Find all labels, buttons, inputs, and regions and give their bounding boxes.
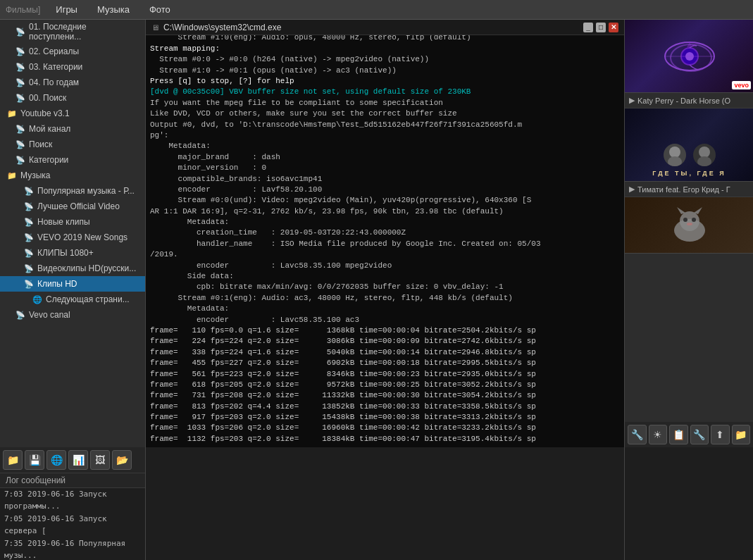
sidebar-item-0[interactable]: 📡 01. Последние поступлени... xyxy=(0,20,145,44)
sidebar-item-4[interactable]: 📡 00. Поиск xyxy=(0,90,145,106)
feed-icon-4: 📡 xyxy=(15,94,25,103)
sidebar-item-hdclips[interactable]: 📡 Клипы HD xyxy=(0,276,145,292)
timati-faces xyxy=(664,144,716,166)
timati-text: ГДЕ ТЫ, ГДЕ Я xyxy=(652,169,726,179)
play-icon-2: ▶ xyxy=(629,185,635,194)
cmd-window: 🖥 C:\Windows\system32\cmd.exe _ □ ✕ Meta… xyxy=(146,20,624,447)
bottom-center xyxy=(146,447,624,560)
tb-web[interactable]: 🌐 xyxy=(46,450,66,470)
top-navigation: Фильмы] Игры Музыка Фото xyxy=(0,0,753,20)
cmd-output: Metadata: creation_time : 2019-05-03T20:… xyxy=(146,35,624,447)
video-title-bar-1[interactable]: ▶ Katy Perry - Dark Horse (O xyxy=(625,93,753,108)
face-2 xyxy=(693,144,716,166)
feed-icon-search: 📡 xyxy=(15,140,25,149)
sidebar-item-mychannel[interactable]: 📡 Мой канал xyxy=(0,121,145,137)
sidebar-item-2[interactable]: 📡 03. Категории xyxy=(0,59,145,75)
sidebar-item-newclips[interactable]: 📡 Новые клипы xyxy=(0,214,145,230)
log-line: 7:35 2019-06-16 Популярная музы... xyxy=(0,537,145,560)
feed-icon-hdru: 📡 xyxy=(24,264,34,273)
sidebar-item-music[interactable]: 📁 Музыка xyxy=(0,168,145,183)
tb-open[interactable]: 📂 xyxy=(112,450,132,470)
cat-icon xyxy=(668,206,711,244)
feed-icon-1080: 📡 xyxy=(24,249,34,258)
feed-icon-new: 📡 xyxy=(24,218,34,227)
video-thumb-1[interactable]: vevo xyxy=(625,20,753,93)
video-title-bar-2[interactable]: ▶ Тимати feat. Егор Крид - Г xyxy=(625,182,753,197)
sidebar-item-clips1080[interactable]: 📡 КЛИПЫ 1080+ xyxy=(0,245,145,261)
sidebar-item-popmusic[interactable]: 📡 Популярная музыка - Р... xyxy=(0,183,145,199)
svg-point-10 xyxy=(680,211,699,231)
nav-photo[interactable]: Фото xyxy=(139,0,180,19)
sidebar-item-1[interactable]: 📡 02. Сериалы xyxy=(0,44,145,59)
face-1 xyxy=(664,144,686,166)
log-messages-body: 7:03 2019-06-16 Запуск программы...7:05 … xyxy=(0,488,145,560)
feed-icon-2: 📡 xyxy=(15,63,25,72)
web-icon-next: 🌐 xyxy=(32,295,42,304)
feed-icon-vevo2019: 📡 xyxy=(24,233,34,242)
folder-icon-music: 📁 xyxy=(7,171,17,180)
feed-icon-vevo: 📡 xyxy=(15,311,25,320)
svg-point-13 xyxy=(683,218,687,222)
cmd-window-controls: _ □ ✕ xyxy=(583,23,618,32)
play-icon-1: ▶ xyxy=(629,96,635,105)
bottom-right xyxy=(624,447,753,560)
vevo-badge: vevo xyxy=(732,81,751,89)
close-button[interactable]: ✕ xyxy=(609,23,618,32)
rt-btn-2[interactable]: ☀ xyxy=(649,425,668,444)
rt-btn-5[interactable]: ⬆ xyxy=(711,425,730,444)
feed-icon-best: 📡 xyxy=(24,202,34,211)
svg-point-5 xyxy=(669,147,680,158)
maximize-button[interactable]: □ xyxy=(596,23,606,32)
rt-btn-3[interactable]: 📋 xyxy=(669,425,688,444)
sidebar-item-vevo[interactable]: 📡 Vevo canal xyxy=(0,307,145,323)
tb-chart[interactable]: 📊 xyxy=(68,450,88,470)
rt-btn-4[interactable]: 🔧 xyxy=(690,425,709,444)
sidebar-item-bestofficial[interactable]: 📡 Лучшее Official Video xyxy=(0,199,145,214)
sidebar-item-search[interactable]: 📡 Поиск xyxy=(0,137,145,152)
nav-games[interactable]: Игры xyxy=(46,0,87,19)
feed-icon-pop: 📡 xyxy=(24,187,34,196)
log-line: 7:05 2019-06-16 Запуск сервера [ xyxy=(0,513,145,537)
feed-icon-categories: 📡 xyxy=(15,156,25,165)
sidebar-item-3[interactable]: 📡 04. По годам xyxy=(0,75,145,90)
hidden-films-text: Фильмы] xyxy=(0,5,46,15)
tb-image[interactable]: 🖼 xyxy=(90,450,110,470)
svg-marker-11 xyxy=(677,207,685,214)
sidebar-item-hdru[interactable]: 📡 Видеоклипы HD(русски... xyxy=(0,261,145,276)
feed-icon-hdclips: 📡 xyxy=(24,280,34,289)
rt-btn-1[interactable]: 🔧 xyxy=(628,425,647,444)
bottom-section: 📁 💾 🌐 📊 🖼 📂 Лог сообщений 7:03 2019-06-1… xyxy=(0,447,753,560)
nav-music[interactable]: Музыка xyxy=(87,0,139,19)
feed-icon-0: 📡 xyxy=(15,27,25,37)
feed-icon-1: 📡 xyxy=(15,47,25,56)
sidebar-item-youtube[interactable]: 📁 Youtube v3.1 xyxy=(0,106,145,121)
tb-save[interactable]: 💾 xyxy=(25,450,44,470)
video-thumb-3[interactable] xyxy=(625,197,753,254)
cmd-titlebar: 🖥 C:\Windows\system32\cmd.exe _ □ ✕ xyxy=(146,20,624,35)
video-title-1: Katy Perry - Dark Horse (O xyxy=(637,97,730,105)
bottom-left: 📁 💾 🌐 📊 🖼 📂 Лог сообщений 7:03 2019-06-1… xyxy=(0,447,146,560)
right-panel: vevo ▶ Katy Perry - Dark Horse (O xyxy=(624,20,753,447)
sidebar-item-vevo2019[interactable]: 📡 VEVO 2019 New Songs xyxy=(0,230,145,245)
tb-folder[interactable]: 📁 xyxy=(3,450,23,470)
rt-btn-6[interactable]: 📁 xyxy=(732,425,751,444)
sidebar: 📡 01. Последние поступлени... 📡 02. Сери… xyxy=(0,20,146,447)
video-title-2: Тимати feat. Егор Крид - Г xyxy=(637,185,730,194)
folder-icon-youtube: 📁 xyxy=(7,109,17,118)
feed-icon-3: 📡 xyxy=(15,78,25,87)
log-messages-header: Лог сообщений xyxy=(0,473,145,488)
svg-point-6 xyxy=(668,156,682,166)
svg-point-8 xyxy=(697,156,711,166)
left-toolbar: 📁 💾 🌐 📊 🖼 📂 xyxy=(0,447,145,473)
minimize-button[interactable]: _ xyxy=(583,23,593,32)
video-thumb-2[interactable]: ГДЕ ТЫ, ГДЕ Я xyxy=(625,108,753,182)
svg-point-15 xyxy=(687,223,692,225)
main-area: 📡 01. Последние поступлени... 📡 02. Сери… xyxy=(0,20,753,447)
feed-icon-mychannel: 📡 xyxy=(15,125,25,134)
sidebar-item-categories[interactable]: 📡 Категории xyxy=(0,152,145,168)
svg-marker-12 xyxy=(694,207,702,214)
svg-point-14 xyxy=(692,218,696,222)
sidebar-item-nextpage[interactable]: 🌐 Следующая страни... xyxy=(0,292,145,307)
svg-point-7 xyxy=(699,147,710,158)
log-line: 7:03 2019-06-16 Запуск программы... xyxy=(0,488,145,513)
